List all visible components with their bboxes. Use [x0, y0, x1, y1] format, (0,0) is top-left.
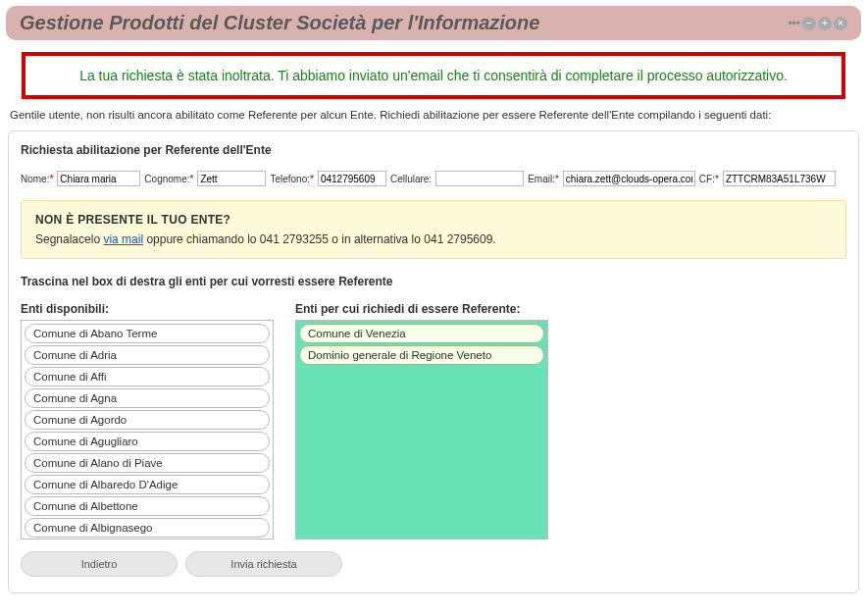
drag-instruction: Trascina nel box di destra gli enti per …	[21, 275, 846, 288]
button-row: Indietro Invia richiesta	[21, 551, 846, 577]
note-box: NON È PRESENTE IL TUO ENTE? Segnalacelo …	[21, 200, 846, 259]
cellulare-input[interactable]	[435, 171, 524, 186]
available-column: Enti disponibili: Comune di Abano TermeC…	[21, 302, 274, 539]
nome-label: Nome:*	[21, 174, 53, 184]
intro-text: Gentile utente, non risulti ancora abili…	[10, 109, 857, 121]
more-icon[interactable]: •••	[788, 17, 800, 30]
available-label: Enti disponibili:	[21, 302, 274, 316]
request-panel: Richiesta abilitazione per Referente del…	[8, 130, 859, 593]
list-item[interactable]: Comune di Affi	[25, 367, 270, 386]
minimize-icon[interactable]: −	[802, 17, 816, 30]
note-title: NON È PRESENTE IL TUO ENTE?	[35, 213, 832, 227]
telefono-input[interactable]	[318, 171, 386, 186]
header-bar: Gestione Prodotti del Cluster Società pe…	[6, 6, 861, 40]
page-title: Gestione Prodotti del Cluster Società pe…	[20, 12, 539, 34]
list-item[interactable]: Comune di Albaredo D'Adige	[25, 475, 270, 494]
lists-row: Enti disponibili: Comune di Abano TermeC…	[21, 302, 846, 539]
selected-label: Enti per cui richiedi di essere Referent…	[295, 302, 548, 316]
list-item[interactable]: Comune di Adria	[25, 345, 270, 365]
note-suffix: oppure chiamando lo 041 2793255 o in alt…	[143, 232, 496, 246]
list-item[interactable]: Comune di Abano Terme	[25, 324, 270, 343]
window-controls: ••• − + ×	[788, 17, 847, 30]
note-body: Segnalacelo via mail oppure chiamando lo…	[35, 232, 832, 246]
close-icon[interactable]: ×	[834, 17, 847, 30]
list-item[interactable]: Comune di Agordo	[25, 410, 270, 430]
list-item[interactable]: Comune di Albignasego	[25, 518, 270, 538]
maximize-icon[interactable]: +	[818, 17, 832, 30]
list-item[interactable]: Comune di Alano di Piave	[25, 453, 270, 473]
list-item[interactable]: Comune di Venezia	[299, 324, 544, 343]
email-label: Email:*	[528, 174, 559, 184]
list-item[interactable]: Comune di Agna	[25, 388, 270, 408]
telefono-label: Telefono:*	[270, 174, 314, 184]
email-input[interactable]	[563, 171, 695, 186]
success-message: La tua richiesta è stata inoltrata. Ti a…	[22, 52, 845, 99]
list-item[interactable]: Comune di Albettone	[25, 496, 270, 516]
note-prefix: Segnalacelo	[35, 232, 103, 246]
list-item[interactable]: Comune di Agugliaro	[25, 432, 270, 451]
note-mail-link[interactable]: via mail	[103, 232, 143, 246]
cf-input[interactable]	[723, 171, 836, 186]
back-button[interactable]: Indietro	[21, 551, 178, 577]
nome-input[interactable]	[57, 171, 140, 186]
cognome-input[interactable]	[197, 171, 266, 186]
cellulare-label: Cellulare:	[390, 174, 432, 184]
cf-label: CF:*	[699, 174, 719, 184]
submit-button[interactable]: Invia richiesta	[185, 551, 342, 577]
cognome-label: Cognome:*	[144, 174, 193, 184]
panel-title: Richiesta abilitazione per Referente del…	[21, 143, 846, 157]
available-list[interactable]: Comune di Abano TermeComune di AdriaComu…	[21, 320, 274, 539]
selected-column: Enti per cui richiedi di essere Referent…	[295, 302, 548, 539]
form-row: Nome:* Cognome:* Telefono:* Cellulare: E…	[21, 171, 846, 186]
selected-list[interactable]: Comune di VeneziaDominio generale di Reg…	[295, 320, 548, 539]
list-item[interactable]: Dominio generale di Regione Veneto	[299, 345, 544, 365]
